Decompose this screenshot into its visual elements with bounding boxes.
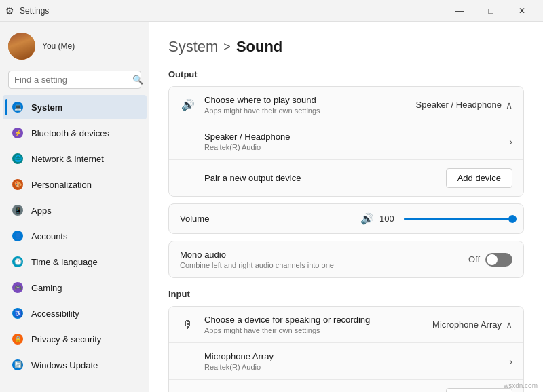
sidebar-item-personalization[interactable]: 🎨 Personalization	[3, 172, 147, 197]
choose-input-text: Choose a device for speaking or recordin…	[204, 315, 424, 334]
minimize-button[interactable]: —	[444, 0, 475, 22]
microphone-device-row[interactable]: Microphone Array Realtek(R) Audio ›	[169, 343, 523, 380]
mono-subtitle: Combine left and right audio channels in…	[180, 261, 468, 269]
watermark: wsxdn.com	[504, 382, 538, 389]
mono-text: Mono audio Combine left and right audio …	[180, 250, 468, 269]
chevron-up-icon: ∧	[506, 100, 512, 111]
sidebar-item-apps[interactable]: 📱 Apps	[3, 198, 147, 222]
avatar	[8, 33, 35, 60]
sidebar-item-accounts[interactable]: 👤 Accounts	[3, 224, 147, 248]
chevron-right-icon: ›	[509, 136, 512, 147]
pair-output-text: Pair a new output device	[204, 173, 438, 183]
time-icon: 🕐	[11, 255, 24, 269]
volume-slider-fill	[404, 218, 512, 220]
search-icon: 🔍	[132, 75, 143, 85]
sidebar-label-gaming: Gaming	[31, 283, 62, 293]
output-device-value: Speaker / Headphone	[416, 100, 502, 110]
user-profile[interactable]: You (Me)	[0, 22, 149, 68]
output-card: 🔊 Choose where to play sound Apps might …	[168, 86, 524, 197]
title-bar-title: Settings	[20, 6, 49, 16]
volume-value: 100	[379, 214, 398, 224]
choose-input-subtitle: Apps might have their own settings	[204, 326, 424, 334]
mono-state-label: Off	[468, 254, 480, 264]
breadcrumb-current: Sound	[236, 38, 282, 56]
sidebar-label-system: System	[31, 102, 62, 113]
sidebar-item-gaming[interactable]: 🎮 Gaming	[3, 275, 147, 300]
sidebar-item-time[interactable]: 🕐 Time & language	[3, 250, 147, 274]
choose-output-title: Choose where to play sound	[204, 95, 408, 105]
microphone-device-subtitle: Realtek(R) Audio	[204, 363, 501, 371]
sidebar-label-accounts: Accounts	[31, 231, 67, 241]
sidebar-item-network[interactable]: 🌐 Network & internet	[3, 146, 147, 171]
title-bar-left: ⚙ Settings	[5, 5, 49, 16]
system-icon: 💻	[11, 100, 24, 114]
chevron-right-icon-2: ›	[509, 356, 512, 367]
pair-input-row: Pair a new input device Add device	[169, 380, 523, 392]
volume-label: Volume	[180, 214, 221, 224]
chevron-up-icon-2: ∧	[506, 319, 512, 330]
sidebar-label-apps: Apps	[31, 205, 52, 216]
sidebar-label-update: Windows Update	[31, 360, 98, 370]
microphone-device-text: Microphone Array Realtek(R) Audio	[204, 351, 501, 371]
search-input[interactable]	[14, 75, 128, 85]
output-section-label: Output	[168, 69, 524, 79]
mono-audio-row: Mono audio Combine left and right audio …	[168, 241, 524, 278]
settings-icon: ⚙	[5, 5, 14, 16]
mono-toggle-thumb	[487, 254, 498, 265]
choose-input-row[interactable]: 🎙 Choose a device for speaking or record…	[169, 307, 523, 343]
sidebar-label-network: Network & internet	[31, 154, 104, 164]
breadcrumb-separator: >	[223, 40, 231, 54]
title-bar: ⚙ Settings — □ ✕	[0, 0, 543, 22]
title-bar-controls: — □ ✕	[444, 0, 538, 22]
sidebar-item-bluetooth[interactable]: ⚡ Bluetooth & devices	[3, 121, 147, 145]
input-card: 🎙 Choose a device for speaking or record…	[168, 306, 524, 392]
microphone-icon: 🎙	[180, 317, 196, 333]
accessibility-icon: ♿	[11, 307, 24, 320]
add-output-device-button[interactable]: Add device	[446, 168, 512, 188]
input-device-value: Microphone Array	[432, 319, 502, 330]
pair-output-row: Pair a new output device Add device	[169, 160, 523, 196]
privacy-icon: 🔒	[11, 332, 24, 346]
speaker-device-text: Speaker / Headphone Realtek(R) Audio	[204, 132, 501, 151]
choose-output-text: Choose where to play sound Apps might ha…	[204, 95, 408, 115]
close-button[interactable]: ✕	[506, 0, 538, 22]
personalization-icon: 🎨	[11, 178, 24, 191]
user-name: You (Me)	[42, 41, 75, 51]
input-section-label: Input	[168, 289, 524, 299]
sidebar-item-update[interactable]: 🔄 Windows Update	[3, 353, 147, 377]
sidebar: You (Me) 🔍 💻 System ⚡ Bluetooth & device…	[0, 22, 149, 392]
speaker-device-title: Speaker / Headphone	[204, 132, 501, 142]
speaker-device-row[interactable]: Speaker / Headphone Realtek(R) Audio ›	[169, 123, 523, 160]
mono-title: Mono audio	[180, 250, 468, 260]
sidebar-label-bluetooth: Bluetooth & devices	[31, 128, 109, 138]
maximize-button[interactable]: □	[475, 0, 506, 22]
mono-toggle[interactable]	[485, 253, 512, 267]
search-box[interactable]: 🔍	[8, 71, 141, 89]
volume-slider-track[interactable]	[404, 218, 512, 220]
choose-input-title: Choose a device for speaking or recordin…	[204, 315, 424, 325]
breadcrumb-parent[interactable]: System	[168, 38, 218, 56]
sidebar-label-privacy: Privacy & security	[31, 334, 101, 345]
sidebar-item-system[interactable]: 💻 System	[3, 95, 147, 119]
sidebar-item-privacy[interactable]: 🔒 Privacy & security	[3, 327, 147, 351]
breadcrumb: System > Sound	[168, 38, 524, 56]
sidebar-label-personalization: Personalization	[31, 180, 92, 190]
sidebar-item-accessibility[interactable]: ♿ Accessibility	[3, 301, 147, 326]
add-input-device-button[interactable]: Add device	[446, 388, 512, 392]
volume-row: Volume 🔊 100	[168, 203, 524, 234]
volume-icon: 🔊	[360, 212, 374, 225]
mono-controls: Off	[468, 253, 512, 267]
pair-output-label: Pair a new output device	[204, 173, 438, 183]
choose-output-value: Speaker / Headphone ∧	[416, 100, 512, 111]
choose-output-subtitle: Apps might have their own settings	[204, 106, 408, 115]
update-icon: 🔄	[11, 358, 24, 372]
content-area: System > Sound Output 🔊 Choose where to …	[149, 22, 543, 392]
volume-slider-thumb	[508, 215, 517, 223]
speaker-device-subtitle: Realtek(R) Audio	[204, 143, 501, 151]
choose-output-row[interactable]: 🔊 Choose where to play sound Apps might …	[169, 87, 523, 123]
network-icon: 🌐	[11, 152, 24, 165]
speaker-icon: 🔊	[180, 97, 196, 113]
accounts-icon: 👤	[11, 229, 24, 243]
apps-icon: 📱	[11, 203, 24, 217]
gaming-icon: 🎮	[11, 281, 24, 294]
